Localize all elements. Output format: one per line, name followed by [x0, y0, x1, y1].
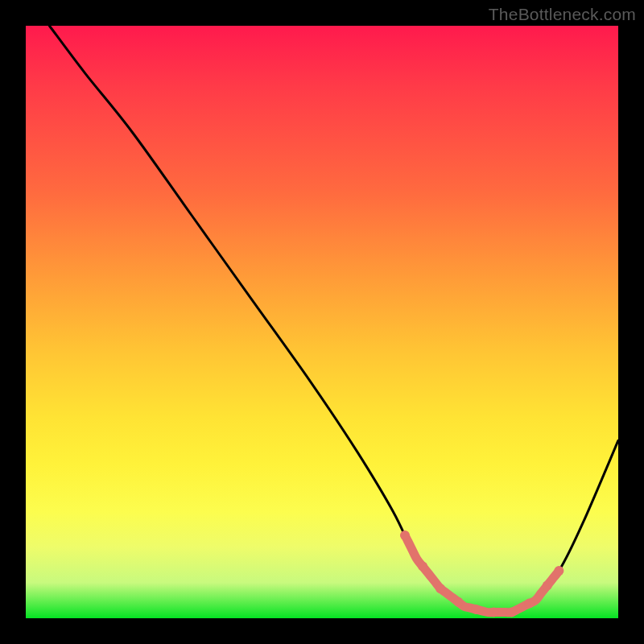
optimal-dot	[489, 608, 498, 617]
bottleneck-curve	[49, 26, 618, 613]
optimal-dot	[543, 581, 552, 591]
optimal-dot	[471, 605, 481, 614]
optimal-dot	[507, 608, 517, 617]
optimal-dot	[436, 584, 445, 593]
optimal-dot	[554, 566, 564, 576]
optimal-dot	[418, 562, 427, 572]
optimal-dot	[453, 597, 463, 607]
chart-svg	[26, 26, 618, 618]
watermark-text: TheBottleneck.com	[489, 5, 636, 24]
plot-area	[26, 26, 618, 618]
optimal-range-highlight	[405, 535, 559, 613]
chart-frame: TheBottleneck.com	[0, 0, 644, 644]
optimal-dot	[525, 599, 535, 609]
optimal-dot	[400, 530, 410, 540]
